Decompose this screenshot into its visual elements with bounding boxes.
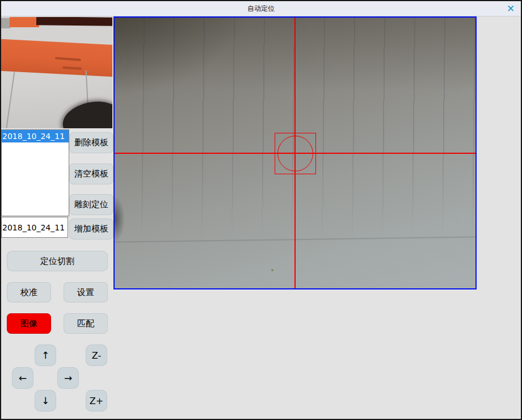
jog-z-minus-button[interactable]: Z- (86, 345, 107, 366)
jog-down-button[interactable]: ↓ (35, 390, 56, 411)
locate-cut-button[interactable]: 定位切割 (7, 251, 108, 271)
delete-template-button[interactable]: 删除模板 (69, 132, 113, 153)
template-list[interactable]: 2018_10_24_11 (1, 129, 69, 216)
match-button[interactable]: 匹配 (64, 313, 108, 334)
camera-view[interactable] (113, 16, 477, 289)
image-button[interactable]: 图像 (7, 313, 51, 334)
template-thumbnail (1, 17, 112, 128)
engrave-locate-button[interactable]: 雕刻定位 (69, 194, 113, 215)
jog-up-button[interactable]: ↑ (35, 345, 56, 366)
template-list-item[interactable]: 2018_10_24_11 (2, 130, 69, 142)
thumbnail-dark-bar (36, 17, 112, 26)
arrow-up-icon: ↑ (41, 351, 49, 360)
camera-speck (271, 269, 273, 271)
target-circle (277, 136, 313, 171)
jog-left-button[interactable]: ← (12, 367, 33, 389)
add-template-button[interactable]: 增加模板 (69, 219, 113, 240)
thumbnail-orange-block (10, 17, 39, 27)
arrow-down-icon: ↓ (41, 396, 49, 406)
calibrate-button[interactable]: 校准 (7, 282, 51, 303)
thumbnail-gray-block (1, 17, 10, 28)
dialog-title: 自动定位 (1, 1, 521, 16)
jog-z-plus-button[interactable]: Z+ (86, 390, 107, 411)
thumbnail-dark-object (59, 96, 112, 128)
auto-locate-dialog: 自动定位 ✕ 2018_10_24_11 删除模板 清空模板 雕刻定位 增加模板… (0, 0, 522, 420)
arrow-right-icon: → (64, 373, 72, 383)
jog-right-button[interactable]: → (57, 367, 79, 389)
template-name-input[interactable] (1, 217, 68, 238)
arrow-left-icon: ← (19, 373, 27, 383)
close-icon[interactable]: ✕ (504, 2, 517, 15)
settings-button[interactable]: 设置 (64, 282, 108, 303)
thumbnail-tile-line (5, 72, 15, 128)
clear-templates-button[interactable]: 清空模板 (69, 163, 113, 184)
title-bar: 自动定位 ✕ (1, 1, 521, 16)
